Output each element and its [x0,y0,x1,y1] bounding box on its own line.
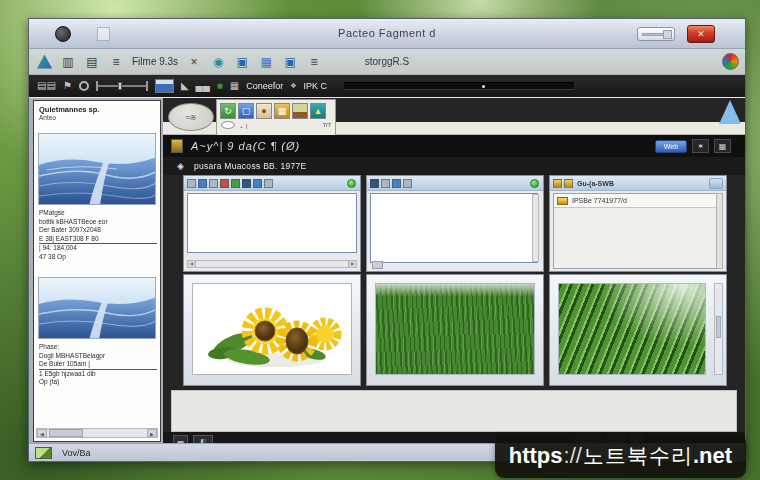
gold-chip-icon[interactable] [171,139,183,153]
crop-rows-image[interactable] [558,283,706,375]
converter-label[interactable]: Coneefor [246,81,283,91]
metadata-block-2: Phase: Dogli MBHASTBelagpr De Buter 105a… [39,343,157,387]
menu-icon[interactable]: ≡ [108,54,124,70]
panel2-vscrollbar[interactable] [532,194,539,262]
minimize-button[interactable] [637,27,675,41]
scrollbar-thumb[interactable] [716,316,721,338]
thumbnail-dunes-1[interactable] [38,133,156,205]
panel2-tool2-icon[interactable] [381,179,390,188]
watermark-net: .net [693,443,732,469]
panel1-status-ball-icon [347,179,356,188]
version-label: Filme 9.3s [132,56,178,67]
panel6-vscrollbar[interactable] [714,283,723,375]
workspace-header: ◈ pusara Muacoss BB. 1977E [163,157,745,175]
panel2-content[interactable] [370,193,538,263]
fin-icon[interactable]: ◣ [181,79,189,93]
panel1-tool8-icon[interactable] [264,179,273,188]
header-badge-icon: ◈ [177,161,184,171]
scroll-left-icon[interactable]: ◀ [188,261,196,267]
panel2-status-ball-icon [530,179,539,188]
scroll-left-icon[interactable]: ◀ [37,429,47,437]
zoom-slider-thumb[interactable] [118,82,122,90]
scroll-right-icon[interactable]: ▶ [348,261,356,267]
title-bar[interactable]: Pacteo Fagment d ✕ [29,19,745,49]
panel3-vscrollbar[interactable] [716,193,723,269]
watermark-https: https [509,443,563,469]
close-button[interactable]: ✕ [687,25,715,43]
coins-icon[interactable]: ▦ [274,103,290,119]
glass-triangle-icon [719,100,741,124]
mountain-icon[interactable]: ▲ [310,103,326,119]
thumbnail-dunes-2[interactable] [38,277,156,339]
panel2-mini-icon[interactable] [372,261,383,269]
panel1-titlebar[interactable] [184,176,360,191]
panel1-hscrollbar[interactable]: ◀ ▶ [187,260,357,268]
annotation-strip: A~y^| 9 da(C ¶ (Ø) Web ✶ ▦ [163,135,745,157]
image-panel-grass-field[interactable] [366,274,544,386]
main-toolbar: ▥ ▤ ≡ Filme 9.3s × ◉ ▣ ▦ ▣ ≡ storggR.S [29,49,745,75]
zoom-slider[interactable] [96,80,148,92]
panel2-tool4-icon[interactable] [403,179,412,188]
workspace-footer-area [171,390,737,432]
sidebar-horizontal-scrollbar[interactable]: ◀ ▶ [36,428,158,438]
panel-icon[interactable]: ▣ [282,54,298,70]
oval-logo: ≈≋ [168,103,214,131]
menu2-icon[interactable]: ≡ [306,54,322,70]
folder-green-icon[interactable]: ■ [217,79,223,93]
watermark: https://노트북수리.net [495,434,746,478]
list-icon[interactable]: ▤ [84,54,100,70]
building-icon[interactable]: ▦ [714,139,731,153]
desktop: Pacteo Fagment d ✕ ▥ ▤ ≡ Filme 9.3s × ◉ … [0,0,760,480]
panel2-tool3-icon[interactable] [392,179,401,188]
globe-icon[interactable]: ◉ [210,54,226,70]
magnifier-icon[interactable] [79,81,89,91]
grass-field-image[interactable] [375,283,535,375]
leaf-icon[interactable] [292,103,308,119]
image-panel-sunflower[interactable] [183,274,361,386]
diamond-icon: ❖ [290,79,296,93]
portrait-icon[interactable]: ● [256,103,272,119]
close-x-icon[interactable]: × [186,54,202,70]
stacked-lists-icon[interactable]: ▤▤ [37,79,56,93]
snowflake-icon[interactable]: ✶ [692,139,709,153]
panel3-gold1-icon[interactable] [553,179,562,188]
panel3-title: Gu-(a-SWB [577,180,614,187]
iptc-label[interactable]: IPK C [304,81,328,91]
sunflower-image[interactable] [192,283,352,375]
panel1-tool2-icon[interactable] [198,179,207,188]
panel1-tool4-icon[interactable] [220,179,229,188]
panel3-gold2-icon[interactable] [564,179,573,188]
grid-icon[interactable]: ▦ [258,54,274,70]
palette-icon[interactable] [221,121,235,129]
monitor-icon[interactable]: ▣ [234,54,250,70]
print-icon[interactable]: ▥ [60,54,76,70]
app-logo-icon[interactable] [37,55,52,69]
panel1-tool3-icon[interactable] [209,179,218,188]
panel1-tool1-icon[interactable] [187,179,196,188]
window-icon[interactable]: ▢ [238,103,254,119]
panel2-tool1-icon[interactable] [370,179,379,188]
panel1-tool6-icon[interactable] [242,179,251,188]
photo-thumbnail-icon[interactable] [155,79,174,93]
list-item[interactable]: IPSBe 7741977/d [554,194,716,208]
dot-icon [482,85,485,88]
scrollbar-thumb[interactable] [49,429,83,437]
panel1-content[interactable] [187,193,357,253]
color-wheel-icon[interactable] [722,53,739,70]
panel2-titlebar[interactable] [367,176,543,191]
workspace-header-label: pusara Muacoss BB. 1977E [194,161,307,171]
watermark-korean: 노트북수리 [583,442,693,470]
web-button[interactable]: Web [655,140,687,153]
panel1-tool5-icon[interactable] [231,179,240,188]
panel1-tool7-icon[interactable] [253,179,262,188]
car-icon[interactable]: ▄▄ [196,79,210,93]
annotation-script-text: A~y^| 9 da(C ¶ (Ø) [191,140,300,152]
image-panel-crop-rows[interactable] [549,274,727,386]
scroll-right-icon[interactable]: ▶ [147,429,157,437]
table-icon[interactable]: ▦ [230,79,239,93]
panel3-tab-icon[interactable] [709,178,723,189]
panel3-titlebar[interactable]: Gu-(a-SWB [550,176,726,191]
tick-marks: ⌄ | [239,122,247,129]
recycle-icon[interactable]: ↻ [220,103,236,119]
flag-icon[interactable]: ⚑ [63,79,72,93]
